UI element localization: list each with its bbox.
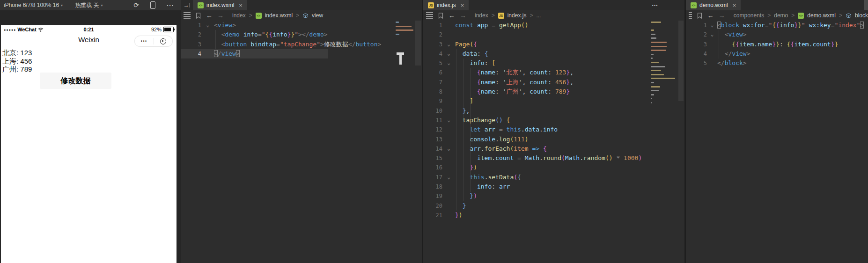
indent-guide (456, 49, 456, 211)
code-line: 2⌄ <view> (686, 30, 868, 39)
code-line: 14⌄ arr.forEach(item => { (423, 144, 684, 153)
tab-index-js[interactable]: JS index.js × (423, 0, 469, 10)
code-line: 3 <button bindtap="tapChange">修改数据</butt… (181, 40, 422, 49)
code-line: 2 (423, 30, 684, 39)
tab-bar: → <> index.wxml × (181, 0, 422, 10)
battery-percent-label: 92% (151, 27, 162, 32)
show-sidebar-icon[interactable]: → (181, 0, 193, 10)
tab-index-wxml[interactable]: <> index.wxml × (193, 0, 247, 10)
back-icon[interactable]: ← (206, 12, 213, 19)
fold-chevron-icon[interactable]: ⌄ (442, 116, 455, 125)
code-line: 1⌄<view> (181, 21, 422, 30)
modify-data-button[interactable]: 修改数据 (40, 73, 111, 89)
battery-icon (163, 27, 174, 32)
outline-icon[interactable] (184, 12, 191, 19)
editor-pane-demo-wxml: <> demo.wxml × ← → components > demo > <… (686, 0, 868, 263)
more-menu-icon[interactable]: ··· (167, 2, 174, 9)
list-item: 广州: 789 (2, 65, 32, 73)
wxml-file-icon: <> (256, 13, 262, 19)
code-line: 5⌄ info: [ (423, 58, 684, 68)
breadcrumb-row: ← → components > demo > <> demo.wxml > b… (686, 10, 868, 21)
phone-screen: ●●●●● WeChat 0:21 92% Weixin ••• (1, 25, 177, 263)
forward-icon[interactable]: → (719, 12, 725, 19)
minimap[interactable] (651, 22, 677, 106)
text-cursor-artifact (397, 52, 404, 65)
fold-chevron-icon[interactable]: ⌄ (707, 21, 717, 30)
code-line: 12 let arr = this.data.info (423, 125, 684, 134)
city-count-list: 北京: 123 上海: 456 广州: 789 (2, 49, 32, 73)
hot-reload-selector[interactable]: 热重载 关 ▾ (75, 1, 103, 9)
breadcrumb: index > <> index.wxml > view (232, 12, 323, 19)
code-line: 13 console.log(111) (423, 135, 684, 144)
code-line: 9 ] (423, 96, 684, 106)
clock-label: 0:21 (1, 27, 177, 32)
code-line: 3 {{item.name}}: {{item.count}} (686, 40, 868, 49)
outline-icon[interactable] (426, 12, 433, 19)
tab-bar: <> demo.wxml × (686, 0, 868, 10)
code-line: 2 <demo info="{{info}}"></demo> (181, 30, 422, 39)
code-line: 19 }) (423, 191, 684, 201)
editor-actions-icon[interactable]: ⋯ (652, 0, 658, 10)
chevron-down-icon: ▾ (61, 3, 63, 7)
code-line: 21}) (423, 211, 684, 220)
scrollbar[interactable] (678, 21, 684, 101)
code-line: 4⌄ data: { (423, 49, 684, 58)
fold-chevron-icon[interactable]: ⌄ (707, 30, 717, 39)
phone-status-bar: ●●●●● WeChat 0:21 92% (1, 25, 177, 34)
editor-pane-index-wxml: → <> index.wxml × ← → index > <> index.w… (181, 0, 422, 263)
tab-bar: JS index.js × ⋯ (423, 0, 684, 10)
close-icon[interactable]: × (733, 2, 736, 9)
capsule-menu: ••• (134, 36, 173, 47)
code-line: 17⌄ this.setData({ (423, 173, 684, 182)
code-line: 10 }, (423, 106, 684, 116)
capsule-home-icon[interactable] (154, 38, 173, 44)
minimap[interactable] (396, 22, 415, 37)
breadcrumb-row: ← → index > JS index.js > ... (423, 10, 684, 21)
close-icon[interactable]: × (461, 2, 464, 9)
code-editor[interactable]: 1⌄<view>2 <demo info="{{info}}"></demo>3… (181, 21, 422, 58)
bookmark-icon[interactable] (195, 13, 201, 19)
fold-chevron-icon[interactable]: ⌄ (442, 144, 455, 153)
phone-nav-bar: Weixin ••• (1, 34, 177, 48)
symbol-cube-icon (302, 13, 309, 19)
forward-icon[interactable]: → (460, 12, 466, 19)
breadcrumb: components > demo > <> demo.wxml > block (734, 12, 868, 19)
code-line: 6 {name: '北京', count: 123}, (423, 68, 684, 77)
list-item: 上海: 456 (2, 57, 32, 66)
back-icon[interactable]: ← (449, 12, 455, 19)
code-line: 8 {name: '广州', count: 789} (423, 87, 684, 96)
partial-tab (864, 0, 868, 10)
device-icon[interactable] (150, 1, 155, 9)
scrollbar[interactable] (415, 21, 421, 66)
tab-demo-wxml[interactable]: <> demo.wxml × (686, 0, 741, 10)
chevron-down-icon: ▾ (101, 3, 103, 7)
fold-chevron-icon[interactable]: ⌄ (442, 58, 455, 68)
capsule-more-icon[interactable]: ••• (135, 39, 154, 44)
code-line: 20 } (423, 201, 684, 211)
bookmark-icon[interactable] (438, 13, 444, 19)
fold-chevron-icon[interactable]: ⌄ (201, 21, 214, 30)
code-editor[interactable]: 1⌄<block wx:for="{{info}}" wx:key="index… (686, 21, 868, 68)
back-icon[interactable]: ← (707, 12, 714, 19)
simulator-toolbar: iPhone 6/7/8 100% 16 ▾ 热重载 关 ▾ ⟳ ··· (0, 0, 181, 10)
bookmark-icon[interactable] (697, 13, 703, 19)
fold-chevron-icon[interactable]: ⌄ (442, 173, 455, 182)
refresh-icon[interactable]: ⟳ (133, 1, 139, 9)
indent-guide (215, 30, 216, 49)
close-icon[interactable]: × (239, 2, 243, 9)
code-line: 16 }) (423, 163, 684, 172)
outline-icon[interactable] (689, 12, 692, 19)
breadcrumb: index > JS index.js > ... (475, 12, 541, 19)
fold-chevron-icon[interactable]: ⌄ (442, 49, 455, 58)
code-line: 11⌄ tapChange() { (423, 116, 684, 125)
code-line: 7 {name: '上海', count: 456}, (423, 78, 684, 87)
device-selector[interactable]: iPhone 6/7/8 100% 16 ▾ (4, 2, 63, 8)
code-line: 3⌄Page({ (423, 40, 684, 49)
symbol-cube-icon (846, 13, 852, 19)
wxml-file-icon: <> (198, 2, 204, 8)
forward-icon[interactable]: → (217, 12, 224, 19)
fold-chevron-icon[interactable]: ⌄ (442, 40, 455, 49)
indent-guide (470, 68, 471, 192)
code-editor[interactable]: 1const app = getApp()23⌄Page({4⌄ data: {… (423, 21, 684, 220)
wechat-devtools-window: iPhone 6/7/8 100% 16 ▾ 热重载 关 ▾ ⟳ ··· ●●●… (0, 0, 868, 263)
